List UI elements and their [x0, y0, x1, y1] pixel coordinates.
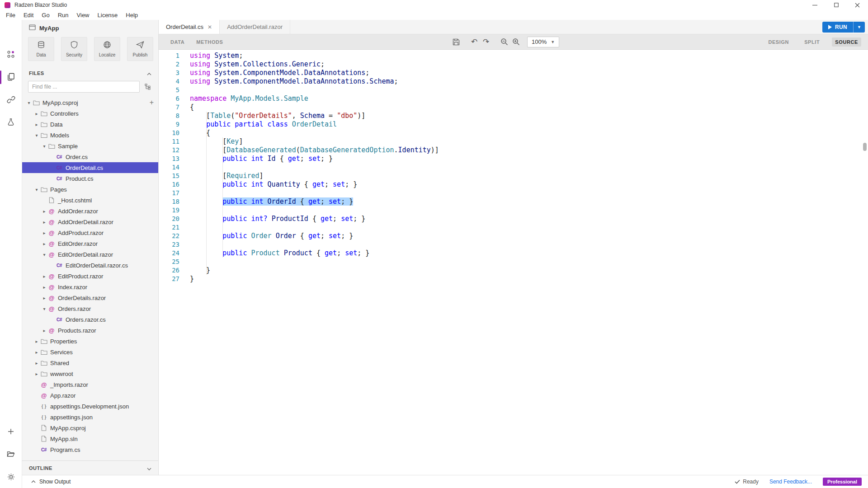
- caret-closed-icon[interactable]: ▸: [41, 220, 47, 225]
- redo-icon[interactable]: ↷: [480, 36, 492, 48]
- file-tree-item-wwwroot[interactable]: ▸wwwroot: [22, 368, 158, 379]
- menu-file[interactable]: File: [2, 11, 19, 19]
- file-tree-item-myapp-csproj[interactable]: MyApp.csproj: [22, 422, 158, 433]
- mode-split-button[interactable]: SPLIT: [801, 38, 823, 47]
- file-tree-item-addorder-razor[interactable]: ▸@AddOrder.razor: [22, 206, 158, 216]
- menu-run[interactable]: Run: [54, 11, 73, 19]
- caret-closed-icon[interactable]: ▸: [41, 241, 47, 246]
- outline-section-header[interactable]: OUTLINE: [22, 460, 158, 475]
- localize-button[interactable]: Localize: [94, 37, 120, 61]
- file-tree-item-appsettings-json[interactable]: { }appsettings.json: [22, 412, 158, 422]
- link-icon[interactable]: [0, 92, 22, 107]
- collapse-chevron-icon[interactable]: [147, 69, 151, 77]
- file-tree-item-products-razor[interactable]: ▸@Products.razor: [22, 325, 158, 336]
- caret-open-icon[interactable]: ▾: [33, 133, 40, 138]
- files-section-header[interactable]: FILES: [22, 66, 158, 80]
- file-tree-item-pages[interactable]: ▾Pages: [22, 184, 158, 195]
- file-tree-item-services[interactable]: ▸Services: [22, 347, 158, 357]
- run-button[interactable]: RUN: [822, 22, 853, 33]
- caret-closed-icon[interactable]: ▸: [33, 122, 40, 127]
- caret-closed-icon[interactable]: ▸: [41, 285, 47, 290]
- file-tree-item-shared[interactable]: ▸Shared: [22, 357, 158, 368]
- file-tree-item-editproduct-razor[interactable]: ▸@EditProduct.razor: [22, 271, 158, 282]
- maximize-button[interactable]: [826, 0, 847, 10]
- show-output-button[interactable]: Show Output: [31, 479, 71, 485]
- caret-closed-icon[interactable]: ▸: [33, 339, 40, 344]
- minimize-button[interactable]: [804, 0, 826, 10]
- editor-scrollbar-thumb[interactable]: [863, 143, 867, 151]
- caret-closed-icon[interactable]: ▸: [41, 209, 47, 214]
- flask-icon[interactable]: [0, 115, 22, 129]
- expand-chevron-icon[interactable]: [147, 464, 151, 472]
- tab-addorderdetail-razor[interactable]: AddOrderDetail.razor: [220, 20, 290, 34]
- menu-view[interactable]: View: [73, 11, 94, 19]
- caret-open-icon[interactable]: ▾: [26, 100, 32, 105]
- file-tree-item-order-cs[interactable]: C#Order.cs: [22, 151, 158, 162]
- files-icon[interactable]: [0, 70, 22, 84]
- file-tree-item-program-cs[interactable]: C#Program.cs: [22, 444, 158, 455]
- mode-design-button[interactable]: DESIGN: [765, 38, 792, 47]
- caret-closed-icon[interactable]: ▸: [41, 296, 47, 300]
- file-tree-item-app-razor[interactable]: @App.razor: [22, 390, 158, 401]
- run-dropdown-button[interactable]: ▼: [853, 22, 865, 33]
- toolbar-tab-methods[interactable]: METHODS: [196, 39, 223, 45]
- tab-close-icon[interactable]: ✕: [208, 24, 212, 30]
- security-button[interactable]: Security: [61, 37, 87, 61]
- add-file-button[interactable]: +: [150, 99, 154, 106]
- file-tree-item-properties[interactable]: ▸Properties: [22, 336, 158, 347]
- file-tree-item-imports-razor[interactable]: @_Imports.razor: [22, 379, 158, 390]
- caret-open-icon[interactable]: ▾: [41, 306, 47, 311]
- menu-edit[interactable]: Edit: [19, 11, 38, 19]
- file-tree-item-addproduct-razor[interactable]: ▸@AddProduct.razor: [22, 227, 158, 238]
- file-tree-item-editorderdetail-razor-cs[interactable]: C#EditOrderDetail.razor.cs: [22, 260, 158, 271]
- caret-closed-icon[interactable]: ▸: [33, 111, 40, 116]
- file-tree-item-data[interactable]: ▸Data: [22, 119, 158, 130]
- file-tree-item-orders-razor-cs[interactable]: C#Orders.razor.cs: [22, 314, 158, 325]
- file-tree-item-host-cshtml[interactable]: _Host.cshtml: [22, 195, 158, 206]
- apps-icon[interactable]: [0, 47, 22, 61]
- caret-open-icon[interactable]: ▾: [41, 252, 47, 257]
- menu-help[interactable]: Help: [122, 11, 142, 19]
- find-file-input[interactable]: [28, 81, 140, 93]
- code-editor[interactable]: 1using System;2using System.Collections.…: [159, 50, 868, 475]
- zoom-out-icon[interactable]: [498, 36, 510, 48]
- file-tree-item-editorder-razor[interactable]: ▸@EditOrder.razor: [22, 238, 158, 249]
- close-button[interactable]: [847, 0, 868, 10]
- file-tree-item-orderdetails-razor[interactable]: ▸@OrderDetails.razor: [22, 292, 158, 303]
- caret-closed-icon[interactable]: ▸: [41, 274, 47, 279]
- caret-closed-icon[interactable]: ▸: [41, 230, 47, 235]
- file-tree-item-addorderdetail-razor[interactable]: ▸@AddOrderDetail.razor: [22, 216, 158, 227]
- caret-open-icon[interactable]: ▾: [33, 187, 40, 192]
- send-feedback-link[interactable]: Send Feedback...: [769, 479, 812, 485]
- caret-open-icon[interactable]: ▾: [41, 144, 47, 149]
- mode-source-button[interactable]: SOURCE: [832, 38, 861, 47]
- file-tree-item-index-razor[interactable]: ▸@Index.razor: [22, 282, 158, 292]
- toolbar-tab-data[interactable]: DATA: [170, 39, 184, 45]
- file-tree-item-controllers[interactable]: ▸Controllers: [22, 108, 158, 119]
- file-tree-item-product-cs[interactable]: C#Product.cs: [22, 173, 158, 184]
- menu-license[interactable]: License: [94, 11, 122, 19]
- file-tree-item-myapp-csproj[interactable]: ▾MyApp.csproj+: [22, 97, 158, 108]
- file-tree-item-models[interactable]: ▾Models: [22, 130, 158, 141]
- caret-closed-icon[interactable]: ▸: [33, 350, 40, 355]
- publish-button[interactable]: Publish: [127, 37, 153, 61]
- data-button[interactable]: Data: [28, 37, 54, 61]
- file-tree-item-editorderdetail-razor[interactable]: ▾@EditOrderDetail.razor: [22, 249, 158, 260]
- file-tree-item-orders-razor[interactable]: ▾@Orders.razor: [22, 303, 158, 314]
- zoom-level-select[interactable]: 100% ▼: [527, 37, 559, 47]
- open-folder-icon[interactable]: [0, 447, 22, 461]
- save-icon[interactable]: [450, 36, 462, 48]
- caret-closed-icon[interactable]: ▸: [41, 328, 47, 333]
- caret-closed-icon[interactable]: ▸: [33, 361, 40, 366]
- tree-view-toggle-icon[interactable]: [143, 82, 153, 92]
- menu-go[interactable]: Go: [38, 11, 53, 19]
- file-tree-item-orderdetail-cs[interactable]: C#OrderDetail.cs: [22, 162, 158, 173]
- zoom-in-icon[interactable]: [510, 36, 522, 48]
- file-tree-item-myapp-sln[interactable]: MyApp.sln: [22, 433, 158, 444]
- file-tree-item-sample[interactable]: ▾Sample: [22, 141, 158, 151]
- caret-closed-icon[interactable]: ▸: [33, 371, 40, 376]
- file-tree-item-appsettings-development-json[interactable]: { }appsettings.Development.json: [22, 401, 158, 412]
- gear-icon[interactable]: [0, 469, 22, 484]
- plus-icon[interactable]: [0, 424, 22, 439]
- tab-orderdetail-cs[interactable]: OrderDetail.cs✕: [159, 20, 220, 34]
